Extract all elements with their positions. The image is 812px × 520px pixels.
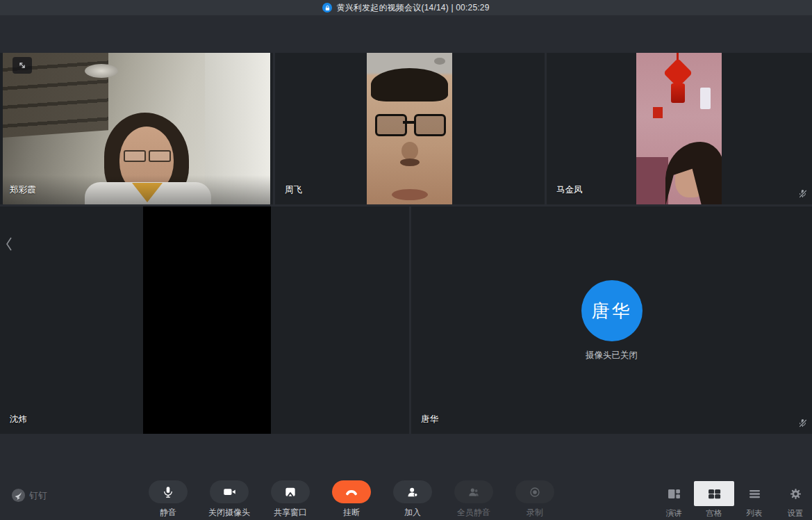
toolbar-item-share: 共享窗口 [271,480,310,519]
grid-view-button[interactable] [694,481,734,506]
glasses-art [375,114,407,136]
mute-button[interactable] [149,480,188,503]
toolbar-item-hangup: 挂断 [332,480,371,519]
camera-off-label: 关闭摄像头 [194,507,264,519]
toolbar-item-mute-all: 全员静音 [454,480,493,519]
settings-item: 设置 [776,481,812,519]
camera-icon [222,485,237,499]
muted-mic-icon [797,418,808,428]
toolbar-item-camera: 关闭摄像头 [210,480,249,519]
add-person-label: 加入 [378,507,447,519]
participant-name: 马金凤 [556,184,583,196]
hangup-label: 挂断 [317,507,386,519]
nose-art [401,142,418,160]
microphone-icon [161,485,175,499]
hangup-icon [344,485,359,500]
muted-mic-icon [797,188,808,199]
toolbar-item-record: 录制 [515,480,554,519]
settings-label: 设置 [776,508,812,519]
glasses-bridge-art [403,121,415,124]
participant-name: 唐华 [421,414,438,425]
participant-name: 周飞 [285,184,302,196]
video-feed-black [143,206,271,434]
video-tile-5[interactable]: 唐华 摄像头已关闭 唐华 [411,206,812,434]
gear-icon [789,487,802,501]
mute-all-label: 全员静音 [439,507,508,519]
view-item-speaker: 演讲 [654,481,694,519]
participant-name: 郑彩霞 [10,184,36,196]
toolbar-item-mute: 静音 [149,480,188,519]
mute-all-icon [467,485,481,499]
share-window-button[interactable] [271,480,310,503]
video-tile-3[interactable]: 马金凤 [547,53,812,204]
participant-name: 沈炜 [10,414,27,425]
view-item-list: 列表 [734,481,774,519]
video-tile-4[interactable]: 沈炜 [0,206,409,434]
glasses-art [124,150,146,162]
mute-label: 静音 [133,507,203,519]
nostril-art [400,159,420,166]
avatar: 唐华 [581,280,643,341]
person-hair-art [371,68,448,101]
mouth-art [392,189,428,200]
lock-icon [322,3,332,13]
grid-view-icon [708,489,721,499]
list-view-button[interactable] [734,481,774,506]
glasses-art [414,114,446,136]
add-person-button[interactable] [393,480,432,503]
ceiling-lamp-art [85,64,118,78]
hangup-button[interactable] [332,480,371,503]
toolbar-item-invite: 加入 [393,480,432,519]
smoke-detector-art [434,58,445,65]
camera-off-label: 摄像头已关闭 [586,350,638,361]
video-feed [636,53,722,204]
glasses-art [149,150,171,162]
bottom-fade [3,175,270,204]
grid-view-label: 宫格 [694,508,734,519]
speaker-view-button[interactable] [654,481,694,506]
list-view-icon [748,489,761,499]
list-view-label: 列表 [734,508,774,519]
video-tile-2[interactable]: 周飞 [275,53,545,204]
video-feed [367,53,452,204]
dingtalk-brand: 钉钉 [11,488,47,503]
camera-off-button[interactable] [210,480,249,503]
mute-all-button[interactable] [454,480,493,503]
red-sign-art [653,107,663,118]
cabinet-art [636,157,668,204]
share-window-label: 共享窗口 [256,507,325,519]
meeting-title: 黄兴利发起的视频会议(14/14) | 00:25:29 [336,2,489,14]
video-tile-1[interactable]: 郑彩霞 [0,53,273,204]
expand-tile-button[interactable] [13,57,32,74]
titlebar: 黄兴利发起的视频会议(14/14) | 00:25:29 [0,0,812,15]
record-icon [528,485,542,499]
white-box-art [700,88,711,109]
brand-label: 钉钉 [29,489,47,502]
record-label: 录制 [500,507,570,519]
video-feed [3,53,270,204]
speaker-view-icon [668,489,681,499]
dingtalk-logo-icon [11,488,26,503]
prev-page-button[interactable] [0,228,18,260]
tassel-art [671,83,685,103]
speaker-view-label: 演讲 [654,508,694,519]
settings-button[interactable] [776,481,812,506]
view-item-grid: 宫格 [694,481,734,519]
share-window-icon [283,485,297,499]
add-person-icon [406,485,420,499]
record-button[interactable] [515,480,554,503]
